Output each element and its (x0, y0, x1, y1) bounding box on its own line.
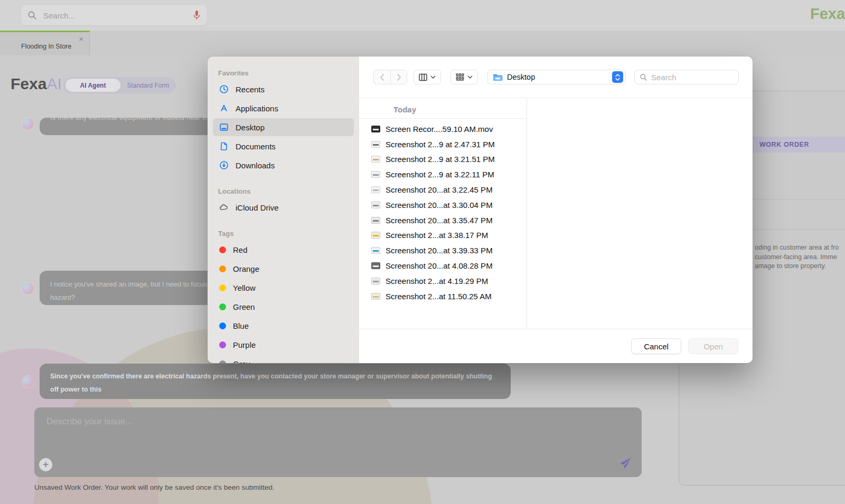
file-open-dialog: Favorites Recents Applications Desktop D… (208, 56, 753, 363)
sidebar-tag-blue[interactable]: Blue (208, 316, 359, 335)
file-thumbnail-icon (371, 171, 380, 178)
desktop-icon (219, 122, 229, 132)
file-row[interactable]: Screenshot 20...at 3.35.47 PM (359, 213, 527, 228)
file-thumbnail-icon (371, 293, 380, 300)
file-thumbnail-icon (371, 232, 380, 239)
folder-icon (493, 73, 503, 81)
tag-dot (219, 265, 226, 272)
file-row[interactable]: Screenshot 2...at 3.38.17 PM (359, 228, 527, 243)
file-thumbnail-icon (371, 217, 380, 224)
locations-section-label: Locations (218, 187, 359, 197)
file-row[interactable]: Screenshot 20...at 3.39.33 PM (359, 243, 527, 258)
chevron-left-icon (379, 73, 385, 81)
file-list: Today Screen Recor....59.10 AM.mov Scree… (359, 98, 527, 329)
download-icon (219, 160, 229, 170)
tag-dot (219, 341, 226, 348)
file-thumbnail-icon (371, 126, 380, 132)
dialog-sidebar: Favorites Recents Applications Desktop D… (208, 56, 359, 363)
sidebar-item-recents[interactable]: Recents (208, 80, 359, 99)
sidebar-item-downloads[interactable]: Downloads (208, 156, 359, 175)
file-row[interactable]: Screenshot 2...9 at 3.22.11 PM (359, 167, 527, 182)
file-thumbnail-icon (371, 247, 380, 254)
stepper-icon[interactable] (612, 71, 623, 83)
sidebar-tag-green[interactable]: Green (208, 297, 359, 316)
path-label: Desktop (507, 73, 612, 81)
sidebar-tag-orange[interactable]: Orange (208, 259, 359, 278)
file-section-header: Today (359, 98, 527, 119)
file-thumbnail-icon (371, 278, 380, 284)
chevron-down-icon (430, 75, 436, 79)
group-icon (456, 73, 464, 81)
sidebar-item-applications[interactable]: Applications (208, 99, 359, 118)
path-dropdown[interactable]: Desktop (487, 70, 626, 84)
group-view-button[interactable] (450, 70, 478, 84)
tag-dot (219, 360, 226, 364)
file-row[interactable]: Screenshot 20...at 3.22.45 PM (359, 182, 527, 197)
file-row[interactable]: Screen Recor....59.10 AM.mov (359, 121, 527, 137)
columns-icon (419, 73, 427, 81)
chevron-down-icon (467, 75, 473, 79)
column-view-button[interactable] (414, 70, 441, 84)
search-icon (640, 73, 647, 81)
sidebar-tag-yellow[interactable]: Yellow (208, 278, 359, 297)
tag-dot (219, 284, 226, 291)
dialog-footer: Cancel Open (359, 329, 753, 363)
tag-dot (219, 246, 226, 253)
favorites-section-label: Favorites (218, 69, 359, 79)
file-thumbnail-icon (371, 202, 380, 208)
clock-icon (219, 84, 229, 94)
file-row[interactable]: Screenshot 20...at 3.30.04 PM (359, 197, 527, 213)
file-row[interactable]: Screenshot 2...at 4.19.29 PM (359, 273, 527, 289)
sidebar-tag-purple[interactable]: Purple (208, 335, 359, 354)
sidebar-item-icloud-drive[interactable]: iCloud Drive (208, 198, 359, 217)
sidebar-tag-gray[interactable]: Gray (208, 354, 359, 363)
tags-section-label: Tags (218, 230, 359, 239)
document-icon (219, 141, 229, 151)
sidebar-item-documents[interactable]: Documents (208, 137, 359, 156)
forward-button[interactable] (390, 70, 407, 84)
dialog-toolbar: Desktop Search (359, 56, 753, 98)
file-thumbnail-icon (371, 186, 380, 193)
tag-dot (219, 303, 226, 310)
dialog-main: Desktop Search Today Screen Recor....59.… (359, 56, 753, 363)
file-row[interactable]: Screenshot 2...9 at 3.21.51 PM (359, 152, 527, 167)
chevron-right-icon (396, 73, 402, 81)
tag-dot (219, 322, 226, 329)
sidebar-item-desktop[interactable]: Desktop (213, 118, 354, 136)
file-row[interactable]: Screenshot 20...at 4.08.28 PM (359, 258, 527, 273)
file-thumbnail-icon (371, 262, 380, 269)
file-row[interactable]: Screenshot 2...9 at 2.47.31 PM (359, 137, 527, 152)
file-thumbnail-icon (371, 156, 380, 163)
open-button[interactable]: Open (688, 338, 738, 354)
sidebar-tag-red[interactable]: Red (208, 240, 359, 259)
dialog-search-placeholder: Search (651, 73, 677, 82)
app-store-icon (219, 103, 229, 113)
file-thumbnail-icon (371, 141, 380, 148)
back-button[interactable] (373, 70, 390, 84)
cancel-button[interactable]: Cancel (631, 338, 681, 354)
file-row[interactable]: Screenshot 2...at 11.50.25 AM (359, 289, 527, 304)
file-preview-pane (527, 98, 753, 329)
dialog-search-input[interactable]: Search (634, 70, 739, 84)
cloud-icon (219, 203, 229, 212)
